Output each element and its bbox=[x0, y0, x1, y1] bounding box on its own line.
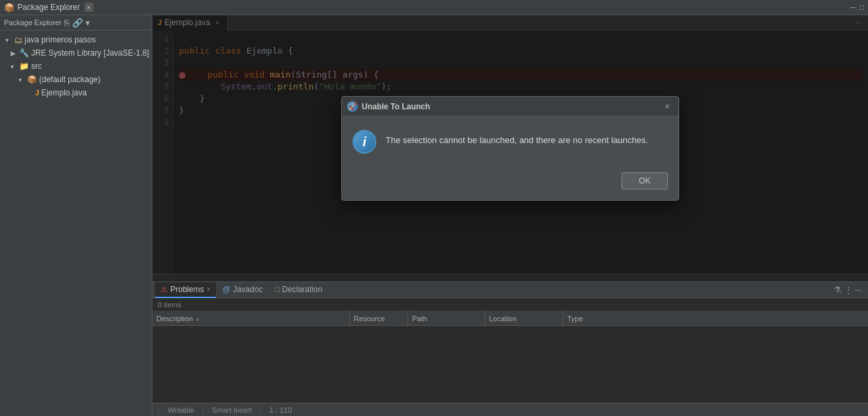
tab-label-javadoc: Javadoc bbox=[233, 285, 263, 294]
modal-footer: OK bbox=[342, 167, 678, 200]
status-insert-mode: Smart Insert bbox=[212, 406, 252, 414]
sidebar-item-java-primeros-pasos[interactable]: ▾ 🗂 java primeros pasos bbox=[0, 33, 152, 46]
top-bar: 📦 Package Explorer × ─ □ bbox=[0, 0, 868, 15]
editor-area: J Ejemplo.java × ─ 1 2 3 4 5 6 7 bbox=[152, 15, 868, 282]
modal-ok-button[interactable]: OK bbox=[622, 172, 668, 189]
sidebar-header: Package Explorer ⎘ 🔗 ▾ bbox=[0, 15, 152, 30]
maximize-icon[interactable]: □ bbox=[859, 3, 864, 11]
sidebar-item-label: src bbox=[31, 62, 42, 71]
info-symbol: i bbox=[362, 134, 366, 150]
options-icon[interactable]: ⋮ bbox=[844, 285, 853, 295]
col-header-location: Location bbox=[485, 311, 563, 325]
minimize-icon[interactable]: ─ bbox=[851, 3, 856, 11]
sidebar-item-ejemplo-java[interactable]: ▶ J Ejemplo.java bbox=[0, 86, 152, 99]
bottom-tab-icons: ⚗ ⋮ ─ bbox=[834, 285, 865, 295]
modal-body: i The selection cannot be launched, and … bbox=[342, 117, 678, 167]
project-icon: 🗂 bbox=[14, 35, 23, 45]
sort-arrow: ▲ bbox=[195, 315, 201, 322]
top-bar-close[interactable]: × bbox=[84, 3, 93, 12]
modal-message: The selection cannot be launched, and th… bbox=[386, 130, 648, 147]
modal-title-text: Unable To Launch bbox=[362, 102, 657, 111]
expand-arrow-pkg: ▾ bbox=[19, 76, 25, 83]
description-label: Description bbox=[156, 315, 193, 323]
table-header: Description ▲ Resource Path Location Typ… bbox=[152, 311, 868, 326]
bottom-content: 0 items Description ▲ Resource Path Loca… bbox=[152, 298, 868, 403]
filter-icon[interactable]: ⚗ bbox=[834, 285, 841, 295]
status-position: 1 : 110 bbox=[270, 406, 292, 414]
window-controls: ─ □ bbox=[851, 3, 864, 11]
type-label: Type bbox=[567, 315, 583, 323]
jre-icon: 🔧 bbox=[19, 48, 29, 58]
sidebar-item-label: Ejemplo.java bbox=[41, 88, 87, 97]
main-layout: Package Explorer ⎘ 🔗 ▾ ▾ 🗂 java primeros… bbox=[0, 15, 868, 416]
tab-javadoc[interactable]: @ Javadoc bbox=[217, 282, 268, 298]
modal-title-icon: 🚀 bbox=[347, 101, 358, 112]
status-sep-2: | bbox=[202, 406, 204, 414]
package-explorer-icon: 📦 bbox=[4, 3, 15, 13]
tab-label-problems: Problems bbox=[170, 285, 204, 294]
modal-titlebar: 🚀 Unable To Launch × bbox=[342, 97, 678, 117]
status-insert-label: Smart Insert bbox=[212, 406, 252, 414]
sidebar: Package Explorer ⎘ 🔗 ▾ ▾ 🗂 java primeros… bbox=[0, 15, 152, 416]
problems-icon: ⚠ bbox=[160, 285, 168, 294]
items-count: 0 items bbox=[158, 301, 181, 309]
status-writable: Writable bbox=[168, 406, 194, 414]
sidebar-item-label: (default package) bbox=[39, 75, 101, 84]
status-position-label: 1 : 110 bbox=[270, 406, 292, 414]
location-label: Location bbox=[489, 315, 517, 323]
col-header-description: Description ▲ bbox=[152, 311, 350, 325]
status-writable-label: Writable bbox=[168, 406, 194, 414]
sidebar-item-default-package[interactable]: ▾ 📦 (default package) bbox=[0, 73, 152, 86]
folder-icon: 📁 bbox=[19, 62, 29, 71]
expand-arrow: ▾ bbox=[5, 36, 12, 44]
sidebar-item-src[interactable]: ▾ 📁 src bbox=[0, 60, 152, 73]
modal-dialog: 🚀 Unable To Launch × i The selection can… bbox=[341, 96, 679, 201]
tab-close-problems[interactable]: × bbox=[207, 286, 211, 293]
modal-info-icon: i bbox=[353, 130, 376, 154]
modal-close-button[interactable]: × bbox=[661, 101, 673, 113]
sidebar-item-label: JRE System Library [JavaSE-1.8] bbox=[31, 48, 149, 58]
javadoc-icon: @ bbox=[223, 285, 231, 294]
tab-problems[interactable]: ⚠ Problems × bbox=[155, 282, 216, 298]
status-sep-1: | bbox=[158, 406, 160, 414]
expand-arrow-src: ▾ bbox=[11, 63, 17, 70]
link-icon[interactable]: 🔗 bbox=[72, 18, 83, 28]
status-bar: | Writable | Smart Insert | 1 : 110 bbox=[152, 403, 868, 416]
expand-arrow-jre: ▶ bbox=[11, 50, 17, 57]
copy-icon[interactable]: ⎘ bbox=[64, 18, 70, 28]
declaration-icon: □ bbox=[274, 285, 279, 294]
table-body bbox=[152, 326, 868, 403]
path-label: Path bbox=[412, 315, 427, 323]
bottom-info-bar: 0 items bbox=[152, 298, 868, 311]
minimize-panel-icon[interactable]: ─ bbox=[855, 285, 861, 295]
menu-icon[interactable]: ▾ bbox=[85, 18, 90, 28]
sidebar-content: ▾ 🗂 java primeros pasos ▶ 🔧 JRE System L… bbox=[0, 30, 152, 416]
tab-declaration[interactable]: □ Declaration bbox=[269, 282, 327, 298]
modal-overlay: 🚀 Unable To Launch × i The selection can… bbox=[152, 15, 868, 282]
bottom-tabs: ⚠ Problems × @ Javadoc □ Declaration ⚗ bbox=[152, 282, 868, 298]
bottom-panel: ⚠ Problems × @ Javadoc □ Declaration ⚗ bbox=[152, 282, 868, 403]
sidebar-icons: ⎘ 🔗 ▾ bbox=[64, 18, 90, 28]
modal-icon-symbol: 🚀 bbox=[349, 103, 356, 110]
status-sep-3: | bbox=[260, 406, 262, 414]
col-header-path: Path bbox=[408, 311, 485, 325]
col-header-type: Type bbox=[563, 311, 868, 325]
resource-label: Resource bbox=[354, 315, 385, 323]
sidebar-item-jre[interactable]: ▶ 🔧 JRE System Library [JavaSE-1.8] bbox=[0, 46, 152, 60]
tab-label-declaration: Declaration bbox=[282, 285, 323, 294]
package-icon: 📦 bbox=[27, 75, 37, 84]
sidebar-title: Package Explorer bbox=[4, 19, 62, 26]
java-file-icon: J bbox=[35, 89, 39, 97]
top-bar-title: Package Explorer bbox=[17, 3, 80, 12]
sidebar-item-label: java primeros pasos bbox=[25, 35, 95, 44]
col-header-resource: Resource bbox=[350, 311, 408, 325]
